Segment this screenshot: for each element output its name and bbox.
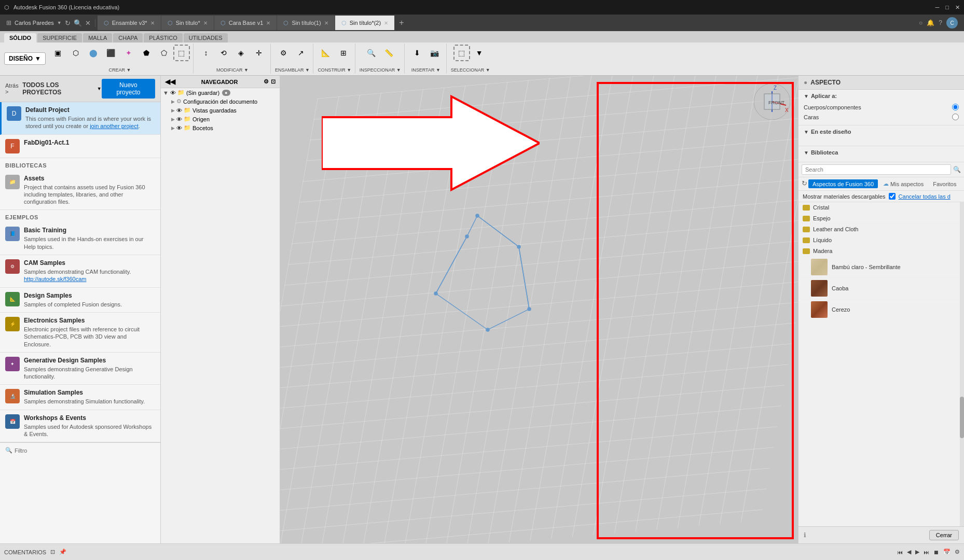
playback-start-icon[interactable]: ⏮: [897, 549, 903, 555]
search-magnify-icon[interactable]: 🔍: [953, 166, 961, 173]
modify-btn-4[interactable]: ✛: [251, 45, 267, 61]
tab-close-icon[interactable]: ✕: [384, 20, 388, 26]
modify-btn-1[interactable]: ↕: [198, 45, 214, 61]
modify-btn-3[interactable]: ◈: [233, 45, 250, 61]
help-icon[interactable]: ?: [939, 19, 942, 26]
comments-expand-icon[interactable]: ⊡: [50, 549, 55, 555]
nav-eye-icon[interactable]: 👁: [170, 90, 176, 96]
tab-sin-titulo[interactable]: ⬡ Sin título* ✕: [161, 16, 214, 30]
nav-origen-item[interactable]: ▶ 👁 📁 Origen: [161, 115, 280, 123]
create-btn-1[interactable]: ▣: [50, 45, 66, 61]
tab-close-icon[interactable]: ✕: [266, 20, 270, 26]
download-checkbox[interactable]: [889, 193, 896, 200]
tab-close-icon[interactable]: ✕: [203, 20, 208, 26]
tab-cara-base[interactable]: ⬡ Cara Base v1 ✕: [214, 16, 278, 30]
playback-prev-icon[interactable]: ◀: [907, 549, 911, 555]
project-fabdig[interactable]: F FabDig01-Act.1: [0, 135, 160, 158]
toolbar-tab-superficie[interactable]: SUPERFICIE: [37, 33, 82, 43]
collapse-design-icon[interactable]: ▼: [804, 129, 809, 135]
nav-settings-icon[interactable]: ⚙: [264, 78, 269, 85]
notifications-icon[interactable]: 🔔: [927, 19, 934, 26]
nav-eye3-icon[interactable]: 👁: [176, 116, 182, 122]
close-button[interactable]: Cerrar: [929, 530, 959, 540]
tab-ensamble[interactable]: ⬡ Ensamble v3* ✕: [98, 16, 161, 30]
create-btn-7[interactable]: ⬠: [156, 45, 172, 61]
settings-icon[interactable]: ⚙: [955, 549, 960, 555]
nav-eye2-icon[interactable]: 👁: [176, 107, 182, 114]
create-btn-2[interactable]: ⬡: [67, 45, 84, 61]
category-madera[interactable]: Madera: [798, 246, 964, 257]
join-link[interactable]: join another project: [90, 123, 139, 129]
tab-sin-titulo-1[interactable]: ⬡ Sin título(1) ✕: [277, 16, 335, 30]
insertar-btn-2[interactable]: 📷: [426, 45, 443, 61]
construir-btn-1[interactable]: 📐: [318, 45, 334, 61]
category-leather[interactable]: Leather and Cloth: [798, 224, 964, 235]
toolbar-tab-plastico[interactable]: PLÁSTICO: [144, 33, 182, 43]
example-cam[interactable]: ⚙ CAM Samples Samples demonstrating CAM …: [0, 255, 160, 288]
toolbar-tab-chapa[interactable]: CHAPA: [113, 33, 143, 43]
cancel-download-label[interactable]: Cancelar todas las d: [899, 193, 951, 200]
maximize-icon[interactable]: □: [945, 4, 949, 11]
example-electronics[interactable]: ⚡ Electronics Samples Electronic project…: [0, 313, 160, 353]
project-default[interactable]: D Default Project This comes with Fusion…: [0, 102, 160, 135]
collapse-icon[interactable]: ▼: [804, 93, 809, 99]
nav-vistas-item[interactable]: ▶ 👁 📁 Vistas guardadas: [161, 106, 280, 115]
category-cristal[interactable]: Cristal: [798, 202, 964, 213]
create-btn-3[interactable]: ⬤: [85, 45, 102, 61]
example-workshops[interactable]: 📅 Workshops & Events Samples used for Au…: [0, 410, 160, 443]
toolbar-tab-solido[interactable]: SÓLIDO: [4, 33, 36, 43]
minimize-icon[interactable]: ─: [935, 4, 940, 11]
comments-pin-icon[interactable]: 📌: [59, 549, 66, 555]
inspeccionar-btn-2[interactable]: 📏: [381, 45, 397, 61]
scrollbar-thumb[interactable]: [960, 397, 964, 438]
example-simulation[interactable]: 🔬 Simulation Samples Samples demonstrati…: [0, 385, 160, 410]
material-caoba[interactable]: Caoba: [798, 278, 964, 299]
collapse-lib-icon[interactable]: ▼: [804, 150, 809, 156]
nav-root-item[interactable]: ▼ 👁 📁 (Sin guardar) ●: [161, 88, 280, 97]
tab-sin-titulo-2[interactable]: ⬡ Sin título*(2) ✕: [335, 16, 395, 30]
back-label[interactable]: Atrás >: [5, 82, 22, 95]
insertar-btn-1[interactable]: ⬇: [409, 45, 425, 61]
cuerpos-radio[interactable]: [952, 104, 959, 110]
add-tab-icon[interactable]: +: [395, 18, 408, 27]
playback-stop-icon[interactable]: ⏹: [933, 549, 939, 555]
nav-eye4-icon[interactable]: 👁: [176, 125, 182, 131]
playback-play-icon[interactable]: ▶: [915, 549, 919, 555]
lib-tab-mis[interactable]: ☁ Mis aspectos: [879, 179, 928, 188]
library-assets[interactable]: 📁 Assets Project that contains assets us…: [0, 171, 160, 211]
category-espejo[interactable]: Espejo: [798, 213, 964, 224]
lib-tab-favoritos[interactable]: Favoritos: [929, 179, 960, 188]
user-avatar[interactable]: C: [946, 17, 958, 29]
toolbar-tab-malla[interactable]: MALLA: [83, 33, 112, 43]
material-cerezo[interactable]: Cerezo: [798, 299, 964, 320]
inspeccionar-btn-1[interactable]: 🔍: [363, 45, 380, 61]
create-btn-6[interactable]: ⬟: [138, 45, 155, 61]
collapse-nav-icon[interactable]: ◀◀: [165, 78, 175, 86]
all-projects-label[interactable]: TODOS LOS PROYECTOS: [22, 81, 95, 96]
tab-close-icon[interactable]: ✕: [150, 20, 155, 26]
playback-next-icon[interactable]: ⏭: [924, 549, 929, 555]
refresh-lib-icon[interactable]: ↻: [802, 179, 807, 188]
nav-bocetos-item[interactable]: ▶ 👁 📁 Bocetos: [161, 123, 280, 132]
lib-tab-fusion[interactable]: Aspectos de Fusion 360: [808, 179, 878, 188]
close-nav-icon[interactable]: ✕: [85, 19, 91, 27]
design-dropdown[interactable]: DISEÑO ▼: [4, 52, 46, 65]
user-dropdown-icon[interactable]: ▼: [57, 20, 62, 25]
caras-radio[interactable]: [952, 114, 959, 120]
example-design[interactable]: 📐 Design Samples Samples of completed Fu…: [0, 288, 160, 313]
search-input[interactable]: [802, 164, 951, 175]
ensamblar-btn-2[interactable]: ↗: [293, 45, 309, 61]
modify-btn-2[interactable]: ⟲: [215, 45, 232, 61]
projects-dropdown-icon[interactable]: ▼: [97, 86, 102, 91]
close-icon[interactable]: ✕: [955, 4, 960, 11]
create-btn-4[interactable]: ⬛: [103, 45, 119, 61]
timeline-icon[interactable]: 📅: [943, 549, 951, 555]
nav-expand-icon[interactable]: ⊡: [271, 78, 276, 85]
create-selected-icon[interactable]: ⬚: [173, 45, 190, 61]
new-project-button[interactable]: Nuevo proyecto: [102, 79, 155, 99]
example-generative[interactable]: ✦ Generative Design Samples Samples demo…: [0, 353, 160, 385]
tab-close-icon[interactable]: ✕: [324, 20, 328, 26]
canvas-area[interactable]: Z X FRONT: [280, 76, 798, 543]
toolbar-tab-utilidades[interactable]: UTILIDADES: [184, 33, 228, 43]
ensamblar-btn-1[interactable]: ⚙: [275, 45, 292, 61]
